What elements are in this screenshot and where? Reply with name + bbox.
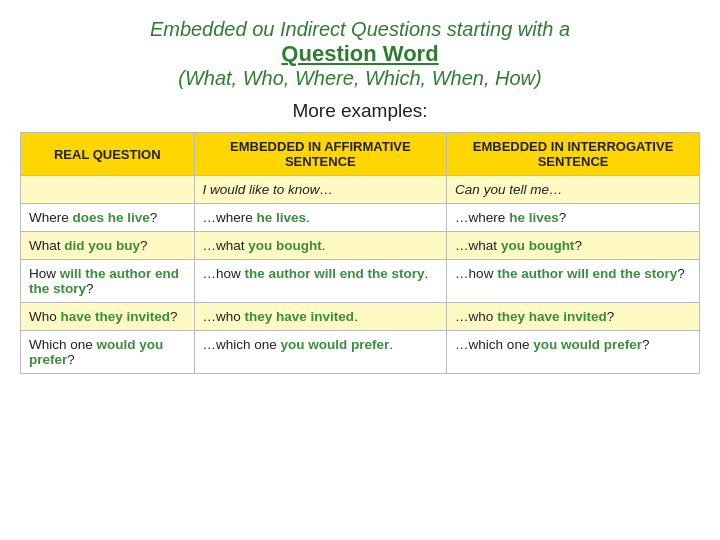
row5-highlight-q: would you prefer — [29, 337, 163, 367]
header-affirmative: EMBEDDED IN AFFIRMATIVE SENTENCE — [194, 133, 447, 176]
row2-highlight-q: did you buy — [64, 238, 140, 253]
main-container: Embedded ou Indirect Questions starting … — [0, 0, 720, 540]
header-interrogative: EMBEDDED IN INTERROGATIVE SENTENCE — [447, 133, 700, 176]
row4-col1: Who have they invited? — [21, 303, 195, 331]
row2-highlight-i: you bought — [501, 238, 574, 253]
intro-col3: Can you tell me… — [447, 176, 700, 204]
title-line3: (What, Who, Where, Which, When, How) — [150, 67, 570, 90]
row4-col3: …who they have invited? — [447, 303, 700, 331]
row5-col3: …which one you would prefer? — [447, 331, 700, 374]
header-real-question: REAL QUESTION — [21, 133, 195, 176]
row5-col1: Which one would you prefer? — [21, 331, 195, 374]
title-line1: Embedded ou Indirect Questions starting … — [150, 18, 570, 41]
intro-col2: I would like to know… — [194, 176, 447, 204]
row1-col2: …where he lives. — [194, 204, 447, 232]
row1-col1: Where does he live? — [21, 204, 195, 232]
row4-highlight-a: they have invited — [245, 309, 355, 324]
row3-highlight-q: will the author end the story — [29, 266, 179, 296]
intro-interrogative: Can you tell me… — [455, 182, 562, 197]
row1-highlight-q: does he live — [73, 210, 150, 225]
row2-col1: What did you buy? — [21, 232, 195, 260]
row3-col2: …how the author will end the story. — [194, 260, 447, 303]
table-row: Who have they invited? …who they have in… — [21, 303, 700, 331]
table-row: Where does he live? …where he lives. …wh… — [21, 204, 700, 232]
row1-col3: …where he lives? — [447, 204, 700, 232]
intro-affirmative: I would like to know… — [203, 182, 334, 197]
examples-table: REAL QUESTION EMBEDDED IN AFFIRMATIVE SE… — [20, 132, 700, 374]
row2-col2: …what you bought. — [194, 232, 447, 260]
row2-highlight-a: you bought — [248, 238, 321, 253]
intro-col1 — [21, 176, 195, 204]
table-row: How will the author end the story? …how … — [21, 260, 700, 303]
row4-highlight-i: they have invited — [497, 309, 607, 324]
row1-highlight-a: he lives — [257, 210, 307, 225]
intro-row: I would like to know… Can you tell me… — [21, 176, 700, 204]
subtitle: More examples: — [292, 100, 427, 122]
row5-col2: …which one you would prefer. — [194, 331, 447, 374]
row3-col3: …how the author will end the story? — [447, 260, 700, 303]
row2-col3: …what you bought? — [447, 232, 700, 260]
row3-highlight-a: the author will end the story — [245, 266, 425, 281]
row3-col1: How will the author end the story? — [21, 260, 195, 303]
row4-highlight-q: have they invited — [61, 309, 171, 324]
title-block: Embedded ou Indirect Questions starting … — [150, 18, 570, 90]
row5-highlight-i: you would prefer — [533, 337, 642, 352]
row1-highlight-i: he lives — [509, 210, 559, 225]
row5-highlight-a: you would prefer — [281, 337, 390, 352]
row3-highlight-i: the author will end the story — [497, 266, 677, 281]
table-row: What did you buy? …what you bought. …wha… — [21, 232, 700, 260]
title-line2: Question Word — [150, 41, 570, 67]
row4-col2: …who they have invited. — [194, 303, 447, 331]
table-row: Which one would you prefer? …which one y… — [21, 331, 700, 374]
